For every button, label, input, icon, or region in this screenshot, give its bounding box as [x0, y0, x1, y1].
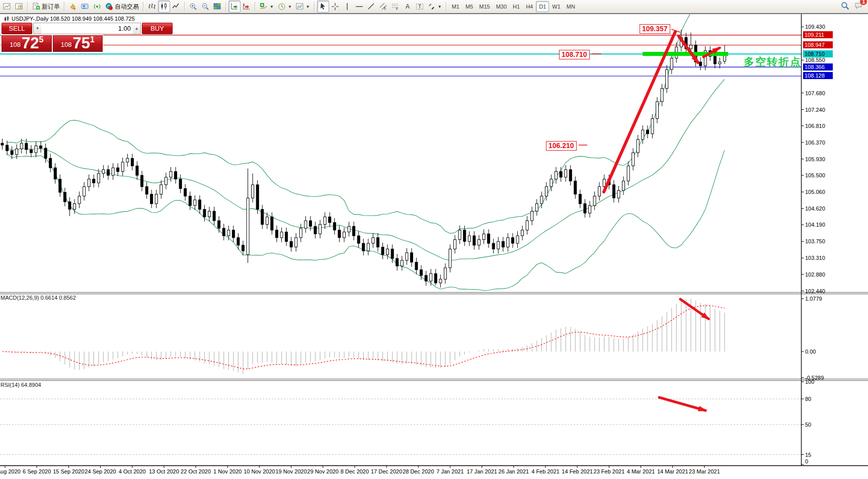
date-label: 13 Oct 2020	[149, 468, 179, 474]
chart-svg	[0, 0, 868, 479]
turning-point-note[interactable]: 多空转折点	[744, 55, 802, 69]
signals-icon	[93, 3, 101, 11]
price-tick-label: 109.430	[805, 24, 825, 30]
toolbar-separator	[255, 2, 256, 12]
timeframe-h4[interactable]: H4	[523, 1, 536, 12]
buy-button[interactable]: BUY	[142, 23, 173, 34]
chart-canvas[interactable]	[0, 0, 868, 479]
date-label: 1 Nov 2020	[213, 468, 242, 474]
price-tag-annotation[interactable]: 108.710	[559, 50, 590, 59]
auto-scroll-icon	[230, 3, 239, 11]
horizontal-line-button[interactable]	[353, 1, 365, 13]
profiles-button[interactable]	[13, 1, 25, 13]
date-label: 22 Oct 2020	[181, 468, 211, 474]
symbol-icon	[4, 16, 10, 22]
indicators-icon	[260, 3, 268, 11]
tile-windows-button[interactable]	[211, 1, 223, 13]
mt4-terminal: { "toolbar": { "groups": [ [ {"icon":"ch…	[0, 0, 868, 479]
cursor-button[interactable]	[317, 1, 329, 13]
price-tick-label: 102.880	[805, 271, 825, 278]
templates-button[interactable]: ▼	[294, 1, 312, 13]
timeframe-m1[interactable]: M1	[449, 1, 462, 12]
sell-button[interactable]: SELL	[2, 23, 32, 34]
auto-scroll-button[interactable]	[228, 1, 241, 13]
price-tick-label: 105.060	[805, 189, 825, 195]
volume-down-button[interactable]: ▼	[34, 23, 41, 34]
channel-button[interactable]: E	[377, 1, 389, 13]
date-label: 10 Nov 2020	[244, 468, 275, 474]
chart-window-icon	[3, 3, 11, 11]
bar-chart-button[interactable]	[146, 1, 158, 13]
toolbar-separator	[27, 2, 28, 12]
zoom-out-button[interactable]	[199, 1, 211, 13]
macd-label: MACD(12,26,9) 0.6614 0.8562	[1, 295, 76, 301]
tile-windows-icon	[213, 3, 221, 11]
shapes-button[interactable]: ▼	[426, 1, 444, 13]
toolbar-separator	[64, 2, 65, 12]
symbol-header-text: USDJPY-,Daily 108.520 108.949 108.445 10…	[12, 16, 135, 22]
timeframe-m5[interactable]: M5	[462, 1, 476, 12]
notifications-button[interactable]: 1	[854, 2, 863, 12]
fibonacci-button[interactable]: F	[389, 1, 402, 13]
timeframe-h1[interactable]: H1	[510, 1, 523, 12]
date-label: 15 Sep 2020	[53, 468, 84, 474]
date-label: 17 Jan 2021	[466, 468, 497, 474]
search-icon	[841, 2, 849, 10]
rsi-label: RSI(14) 64.8904	[1, 382, 41, 388]
price-tag-annotation[interactable]: 109.357	[640, 24, 670, 34]
toolbar-right: 1	[841, 2, 863, 12]
market-button[interactable]	[79, 1, 91, 13]
styler-button[interactable]	[67, 1, 79, 13]
timeframe-mn[interactable]: MN	[564, 1, 578, 12]
zoom-in-button[interactable]	[187, 1, 199, 13]
volume-up-button[interactable]: ▲	[133, 23, 140, 34]
search-button[interactable]	[841, 2, 849, 12]
autotrade-button[interactable]: 自动交易	[103, 1, 141, 13]
periods-button[interactable]: ▼	[276, 1, 294, 13]
indicators-button[interactable]: ▼	[258, 1, 276, 13]
candlestick-button[interactable]	[158, 1, 170, 13]
macd-axis-label: 0.00	[805, 349, 816, 355]
trendline-button[interactable]	[365, 1, 377, 13]
toolbar-separator	[184, 2, 185, 12]
shapes-icon	[428, 3, 436, 11]
timeframe-m30[interactable]: M30	[493, 1, 510, 12]
volume-input[interactable]	[41, 23, 133, 34]
crosshair-button[interactable]	[329, 1, 341, 13]
chart-shift-button[interactable]	[241, 1, 253, 13]
timeframe-m15[interactable]: M15	[476, 1, 493, 12]
autotrade-icon	[105, 3, 113, 11]
date-label: 23 Feb 2021	[594, 468, 625, 474]
date-label: 14 Mar 2021	[657, 468, 688, 474]
candlestick-icon	[160, 3, 168, 11]
date-label: 4 Mar 2021	[627, 468, 655, 474]
text-button[interactable]: A	[402, 1, 414, 13]
bid-price[interactable]: 108 72 5	[2, 35, 52, 52]
price-tick-label: 104.620	[805, 206, 825, 212]
label-button[interactable]: T	[414, 1, 426, 13]
date-label: 17 Dec 2020	[371, 468, 402, 474]
price-tick-label: 105.930	[805, 156, 825, 162]
new-order-button[interactable]: 新订单	[30, 1, 62, 13]
line-chart-button[interactable]	[170, 1, 182, 13]
date-label: 14 Feb 2021	[562, 468, 593, 474]
new-chart-button[interactable]	[1, 1, 13, 13]
bid-sup: 5	[39, 36, 43, 43]
date-label: 4 Feb 2021	[531, 468, 560, 474]
chevron-down-icon: ▼	[288, 5, 292, 9]
price-tick-label: 106.370	[805, 140, 825, 146]
ask-price[interactable]: 108 75 1	[53, 35, 103, 52]
signals-button[interactable]	[91, 1, 103, 13]
vertical-line-button[interactable]	[341, 1, 353, 13]
timeframe-w1[interactable]: W1	[549, 1, 564, 12]
zoom-out-icon	[201, 3, 209, 11]
price-tag-annotation[interactable]: 106.210	[546, 141, 577, 151]
rsi-axis-label: 100	[805, 379, 814, 385]
toolbar-groups: 新订单自动交易▼▼▼EFAT▼M1M5M15M30H1H4D1W1MN	[1, 1, 578, 13]
date-label: 7 Jan 2021	[436, 468, 463, 474]
toolbar-separator	[314, 2, 315, 12]
timeframe-d1[interactable]: D1	[536, 1, 549, 12]
price-tick-label: 107.680	[805, 90, 825, 96]
price-tick-label: 103.750	[805, 238, 825, 244]
svg-text:E: E	[384, 7, 386, 10]
